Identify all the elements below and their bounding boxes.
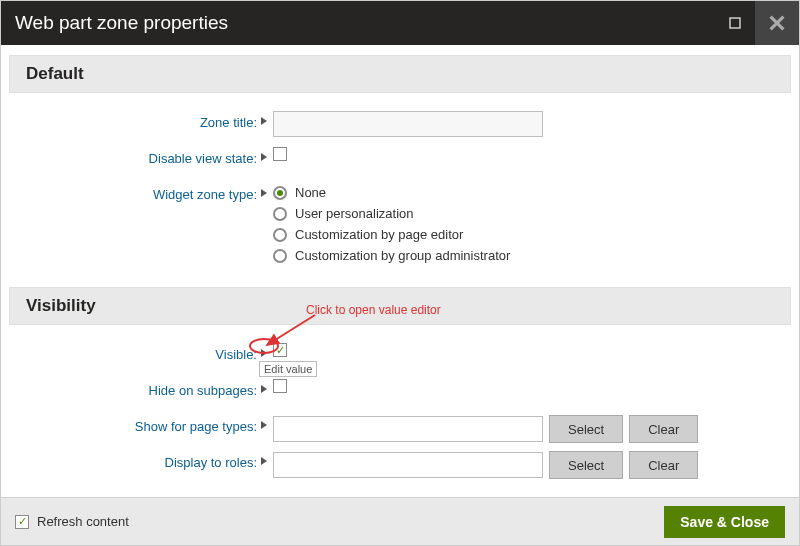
edit-value-tooltip: Edit value bbox=[259, 361, 317, 377]
expand-icon[interactable] bbox=[257, 111, 273, 125]
radio-label: Customization by page editor bbox=[295, 227, 463, 242]
radio-icon bbox=[273, 207, 287, 221]
widget-zone-type-label[interactable]: Widget zone type: bbox=[17, 183, 257, 202]
radio-option-group-admin[interactable]: Customization by group administrator bbox=[273, 248, 510, 263]
visible-label[interactable]: Visible: bbox=[17, 343, 257, 362]
scroll-area[interactable]: Default Zone title: Disable view state: bbox=[1, 45, 799, 497]
hide-on-subpages-label[interactable]: Hide on subpages: bbox=[17, 379, 257, 398]
annotation-ellipse bbox=[249, 338, 279, 354]
select-button[interactable]: Select bbox=[549, 415, 623, 443]
expand-icon[interactable] bbox=[257, 183, 273, 197]
radio-label: None bbox=[295, 185, 326, 200]
save-and-close-button[interactable]: Save & Close bbox=[664, 506, 785, 538]
dialog-window: Web part zone properties Default Zone ti… bbox=[0, 0, 800, 546]
clear-button[interactable]: Clear bbox=[629, 451, 698, 479]
radio-option-user-personalization[interactable]: User personalization bbox=[273, 206, 510, 221]
radio-option-page-editor[interactable]: Customization by page editor bbox=[273, 227, 510, 242]
content-area: Default Zone title: Disable view state: bbox=[1, 45, 799, 497]
svg-marker-4 bbox=[261, 153, 267, 161]
radio-icon bbox=[273, 228, 287, 242]
refresh-content-label: Refresh content bbox=[37, 514, 129, 529]
radio-option-none[interactable]: None bbox=[273, 185, 510, 200]
svg-marker-3 bbox=[261, 117, 267, 125]
expand-icon[interactable] bbox=[257, 379, 273, 393]
disable-view-state-label[interactable]: Disable view state: bbox=[17, 147, 257, 166]
svg-marker-5 bbox=[261, 189, 267, 197]
section-header-default: Default bbox=[9, 55, 791, 93]
select-button[interactable]: Select bbox=[549, 451, 623, 479]
svg-marker-8 bbox=[261, 421, 267, 429]
svg-marker-7 bbox=[261, 385, 267, 393]
section-body-default: Zone title: Disable view state: Widget z… bbox=[1, 93, 799, 287]
refresh-content-checkbox[interactable] bbox=[15, 515, 29, 529]
titlebar: Web part zone properties bbox=[1, 1, 799, 45]
show-for-page-types-label[interactable]: Show for page types: bbox=[17, 415, 257, 434]
annotation-text: Click to open value editor bbox=[306, 303, 441, 317]
dialog-footer: Refresh content Save & Close bbox=[1, 497, 799, 545]
expand-icon[interactable] bbox=[257, 451, 273, 465]
widget-zone-type-radios: None User personalization Customization … bbox=[273, 183, 510, 263]
expand-icon[interactable] bbox=[257, 415, 273, 429]
radio-icon bbox=[273, 186, 287, 200]
radio-icon bbox=[273, 249, 287, 263]
expand-icon[interactable] bbox=[257, 147, 273, 161]
maximize-button[interactable] bbox=[715, 1, 755, 45]
radio-label: User personalization bbox=[295, 206, 414, 221]
display-to-roles-label[interactable]: Display to roles: bbox=[17, 451, 257, 470]
close-button[interactable] bbox=[755, 1, 799, 45]
radio-label: Customization by group administrator bbox=[295, 248, 510, 263]
hide-on-subpages-checkbox[interactable] bbox=[273, 379, 287, 393]
section-body-visibility: Visible: Hide on subpages: Show for page… bbox=[1, 325, 799, 497]
display-to-roles-input[interactable] bbox=[273, 452, 543, 478]
svg-rect-0 bbox=[730, 18, 740, 28]
show-for-page-types-input[interactable] bbox=[273, 416, 543, 442]
zone-title-input[interactable] bbox=[273, 111, 543, 137]
dialog-title: Web part zone properties bbox=[15, 12, 715, 34]
svg-marker-9 bbox=[261, 457, 267, 465]
disable-view-state-checkbox[interactable] bbox=[273, 147, 287, 161]
zone-title-label[interactable]: Zone title: bbox=[17, 111, 257, 130]
clear-button[interactable]: Clear bbox=[629, 415, 698, 443]
